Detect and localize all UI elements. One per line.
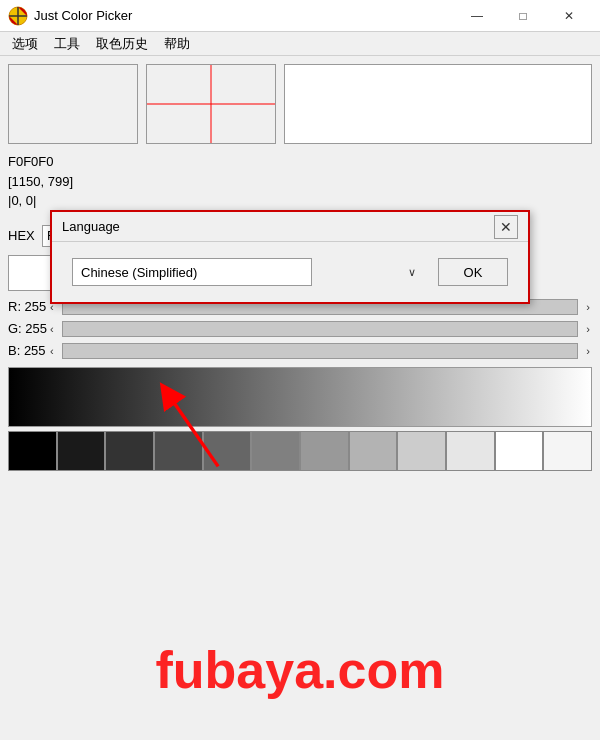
dialog-title: Language: [62, 219, 494, 234]
dialog-titlebar: Language ✕: [52, 212, 528, 242]
language-select[interactable]: Chinese (Simplified) English French Germ…: [72, 258, 312, 286]
dialog-close-button[interactable]: ✕: [494, 215, 518, 239]
language-dialog: Language ✕ Chinese (Simplified) English …: [50, 210, 530, 304]
dialog-ok-button[interactable]: OK: [438, 258, 508, 286]
dialog-body: Chinese (Simplified) English French Germ…: [52, 242, 528, 302]
language-select-wrap: Chinese (Simplified) English French Germ…: [72, 258, 422, 286]
dialog-overlay: Language ✕ Chinese (Simplified) English …: [0, 0, 600, 740]
select-chevron-down-icon: ∨: [408, 266, 416, 279]
